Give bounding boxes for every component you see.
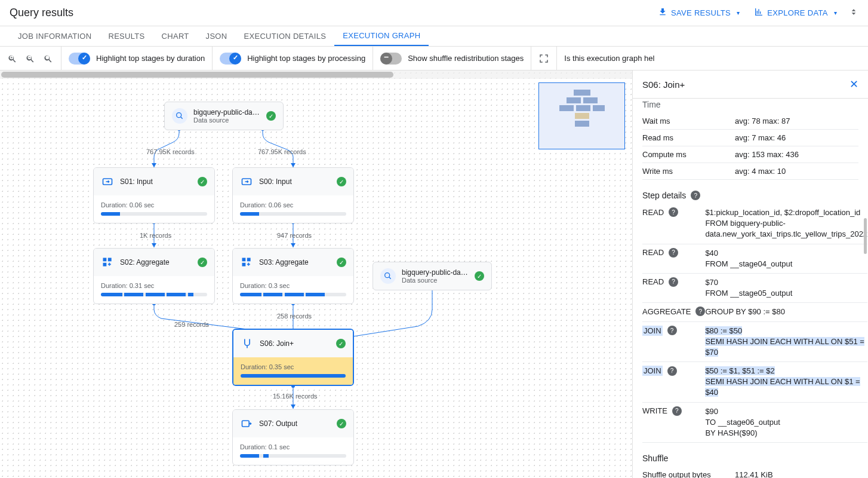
- help-icon[interactable]: ?: [669, 248, 678, 258]
- fullscreen-icon[interactable]: [538, 53, 549, 64]
- node-stage-s03[interactable]: S03: Aggregate✓ Duration: 0.3 sec: [232, 248, 354, 304]
- node-stage-s06[interactable]: S06: Join+✓ Duration: 0.35 sec: [232, 329, 354, 386]
- bigquery-icon: [380, 268, 396, 284]
- help-icon[interactable]: ?: [667, 326, 677, 335]
- stage-duration: Duration: 0.1 sec: [240, 443, 346, 451]
- node-stage-s07[interactable]: S07: Output✓ Duration: 0.1 sec: [232, 409, 354, 465]
- tab-chart[interactable]: CHART: [153, 26, 198, 46]
- edge-label: 767.95K records: [146, 148, 195, 155]
- step-detail: $1:pickup_location_id, $2:dropoff_locati…: [705, 204, 867, 244]
- shuffle-heading: Shuffle: [642, 454, 858, 463]
- aggregate-icon: [240, 256, 253, 269]
- help-icon[interactable]: ?: [667, 366, 677, 376]
- steps-table: READ?$1:pickup_location_id, $2:dropoff_l…: [642, 204, 867, 443]
- status-success-icon: ✓: [198, 177, 207, 186]
- dropdown-icon: ▾: [737, 10, 740, 16]
- horizontal-scrollbar[interactable]: [0, 71, 632, 79]
- explore-data-button[interactable]: EXPLORE DATA ▾: [747, 2, 844, 23]
- stage-duration: Duration: 0.3 sec: [240, 282, 346, 289]
- node-stage-s02[interactable]: S02: Aggregate✓ Duration: 0.31 sec: [93, 248, 215, 304]
- step-type: READ: [642, 248, 664, 257]
- switch-off-icon[interactable]: [380, 53, 402, 65]
- status-success-icon: ✓: [337, 258, 346, 267]
- unfold-icon[interactable]: [849, 7, 858, 19]
- svg-rect-19: [108, 258, 112, 262]
- toggle-processing[interactable]: Highlight top stages by processing: [220, 53, 365, 65]
- svg-rect-23: [242, 263, 246, 266]
- switch-on-icon[interactable]: [220, 53, 241, 65]
- stage-duration: Duration: 0.35 sec: [241, 363, 346, 370]
- stage-duration: Duration: 0.06 sec: [101, 201, 207, 209]
- toggle-shuffle-label: Show shuffle redistribution stages: [408, 54, 524, 63]
- stage-duration: Duration: 0.31 sec: [101, 282, 207, 289]
- stage-name: S01: Input: [120, 177, 192, 186]
- node-data-source[interactable]: bigquery-public-data.new_yData source ✓: [164, 102, 284, 130]
- stage-name: S00: Input: [259, 177, 331, 186]
- help-icon[interactable]: ?: [672, 406, 682, 416]
- status-success-icon: ✓: [336, 339, 346, 348]
- edge-label: 259 records: [174, 321, 209, 328]
- edge-label: 1K records: [140, 232, 171, 239]
- step-type: WRITE: [642, 406, 667, 415]
- svg-rect-20: [103, 263, 107, 266]
- step-detail: $70FROM __stage05_output: [705, 273, 867, 302]
- close-icon[interactable]: ✕: [849, 78, 858, 91]
- minimap[interactable]: [538, 82, 625, 149]
- step-detail: GROUP BY $90 := $80: [705, 303, 867, 321]
- feedback-prompt: Is this execution graph hel: [557, 54, 654, 63]
- help-icon[interactable]: ?: [669, 207, 678, 217]
- graph-canvas[interactable]: 767.95K records 767.95K records 1K recor…: [0, 71, 633, 478]
- step-type: AGGREGATE: [642, 307, 691, 316]
- node-subtitle: Data source: [402, 277, 469, 284]
- status-success-icon: ✓: [266, 111, 276, 121]
- time-val: avg: 78 max: 87: [735, 113, 858, 130]
- aggregate-icon: [101, 256, 114, 269]
- step-detail: $50 := $1, $51 := $2SEMI HASH JOIN EACH …: [705, 362, 867, 403]
- shuffle-val: 112.41 KiB: [735, 467, 858, 478]
- input-icon: [101, 175, 114, 188]
- bigquery-icon: [172, 108, 187, 124]
- node-data-source[interactable]: bigquery-public-data.new_yData source ✓: [373, 262, 492, 290]
- toggle-duration[interactable]: Highlight top stages by duration: [69, 53, 205, 65]
- node-title: bigquery-public-data.new_y: [193, 108, 260, 117]
- step-details-heading: Step details ?: [642, 191, 858, 200]
- time-key: Compute ms: [642, 146, 735, 163]
- time-val: avg: 153 max: 436: [735, 146, 858, 163]
- save-results-label: SAVE RESULTS: [671, 8, 731, 17]
- save-results-button[interactable]: SAVE RESULTS ▾: [651, 2, 747, 23]
- time-table: Wait msavg: 78 max: 87 Read msavg: 7 max…: [642, 113, 858, 180]
- help-icon[interactable]: ?: [669, 277, 678, 287]
- step-type: READ: [642, 208, 664, 217]
- switch-on-icon[interactable]: [69, 53, 90, 65]
- tab-results[interactable]: RESULTS: [100, 26, 153, 46]
- tab-execution-graph[interactable]: EXECUTION GRAPH: [334, 26, 429, 46]
- status-success-icon: ✓: [337, 177, 346, 186]
- time-key: Read ms: [642, 130, 735, 146]
- step-type: JOIN: [642, 366, 663, 376]
- status-success-icon: ✓: [198, 258, 207, 267]
- step-type: READ: [642, 277, 664, 286]
- zoom-out-icon[interactable]: [25, 53, 36, 64]
- tab-execution-details[interactable]: EXECUTION DETAILS: [235, 26, 334, 46]
- help-icon[interactable]: ?: [695, 307, 705, 316]
- panel-scrollbar[interactable]: [864, 218, 867, 254]
- node-stage-s01[interactable]: S01: Input✓ Duration: 0.06 sec: [93, 167, 215, 223]
- time-heading: Time: [642, 100, 858, 109]
- node-stage-s00[interactable]: S00: Input✓ Duration: 0.06 sec: [232, 167, 354, 223]
- tab-job-information[interactable]: JOB INFORMATION: [10, 26, 100, 46]
- help-icon[interactable]: ?: [691, 191, 700, 200]
- edge-label: 15.16K records: [273, 393, 318, 400]
- dropdown-icon: ▾: [834, 10, 837, 16]
- status-success-icon: ✓: [337, 419, 346, 428]
- tab-json[interactable]: JSON: [198, 26, 236, 46]
- toggle-shuffle[interactable]: Show shuffle redistribution stages: [380, 53, 524, 65]
- time-val: avg: 4 max: 10: [735, 163, 858, 180]
- shuffle-table: Shuffle output bytes112.41 KiB Shuffle s…: [642, 467, 858, 478]
- download-icon: [658, 7, 667, 19]
- zoom-in-icon[interactable]: [7, 53, 18, 64]
- zoom-reset-icon[interactable]: [43, 53, 54, 64]
- time-val: avg: 7 max: 46: [735, 130, 858, 146]
- page-title: Query results: [10, 7, 651, 19]
- svg-rect-24: [242, 421, 250, 427]
- toggle-duration-label: Highlight top stages by duration: [96, 54, 205, 63]
